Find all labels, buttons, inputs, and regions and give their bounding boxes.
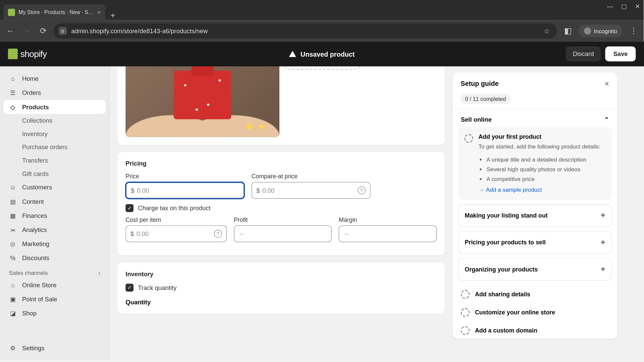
forward-icon[interactable]: → xyxy=(21,24,33,37)
sidebar-item-purchase-orders[interactable]: Purchase orders xyxy=(4,140,106,154)
site-settings-icon[interactable]: ⚙ xyxy=(59,27,67,35)
store-icon: ⌂ xyxy=(9,281,17,289)
sidebar-item-orders[interactable]: ☰Orders xyxy=(4,86,106,100)
cost-input[interactable] xyxy=(137,230,214,237)
shopify-logo[interactable]: shopify xyxy=(8,49,47,59)
sidebar-item-inventory[interactable]: Inventory xyxy=(4,127,106,141)
label: Add sharing details xyxy=(475,291,530,297)
task-bullet: A competitive price xyxy=(486,174,606,184)
help-icon[interactable]: ? xyxy=(358,186,366,194)
minimize-icon[interactable]: — xyxy=(607,3,613,10)
back-icon[interactable]: ← xyxy=(4,24,16,37)
task-organizing-products[interactable]: Organizing your products + xyxy=(458,258,612,281)
arrow-right-icon: → xyxy=(478,186,484,193)
window-controls: — ▢ ✕ xyxy=(607,3,640,10)
task-status-icon xyxy=(461,308,469,317)
cost-label: Cost per item xyxy=(125,217,227,223)
incognito-indicator[interactable]: Incognito xyxy=(579,25,623,37)
url-text: admin.shopify.com/store/de8143-a6/produc… xyxy=(71,27,538,35)
sidebar-item-pos[interactable]: ▣Point of Sale xyxy=(4,292,106,306)
task-bullet: Several high quality photos or videos xyxy=(486,164,606,174)
label: Inventory xyxy=(22,130,48,137)
track-quantity-label: Track quantity xyxy=(138,284,176,291)
tab-close-icon[interactable]: × xyxy=(97,9,101,16)
sidebar-item-content[interactable]: ▤Content xyxy=(4,194,106,208)
marketing-icon: ◎ xyxy=(9,240,17,248)
gear-icon: ⚙ xyxy=(9,344,17,352)
reload-icon[interactable]: ⟳ xyxy=(38,24,48,38)
track-quantity-checkbox[interactable]: ✓ xyxy=(125,284,133,292)
label: Organizing your products xyxy=(465,266,537,273)
sidebar-item-discounts[interactable]: %Discounts xyxy=(4,251,106,265)
sidebar-item-collections[interactable]: Collections xyxy=(4,114,106,127)
currency-prefix: $ xyxy=(256,187,260,194)
finances-icon: ▦ xyxy=(9,212,17,220)
label: Customize your online store xyxy=(475,309,555,315)
help-icon[interactable]: ? xyxy=(214,230,222,238)
label: Customers xyxy=(22,184,52,191)
discard-button[interactable]: Discard xyxy=(566,46,601,61)
add-sample-product-link[interactable]: →Add a sample product xyxy=(478,186,542,193)
task-listing-standout[interactable]: Making your listing stand out + xyxy=(458,204,612,227)
cost-input-wrap[interactable]: $ ? xyxy=(125,225,227,242)
close-window-icon[interactable]: ✕ xyxy=(635,3,640,10)
sidebar-item-marketing[interactable]: ◎Marketing xyxy=(4,237,106,251)
currency-prefix: $ xyxy=(131,187,134,194)
task-bullet: A unique title and a detailed descriptio… xyxy=(486,155,606,164)
tab-favicon-icon xyxy=(8,9,15,16)
extensions-icon[interactable]: ◧ xyxy=(562,24,574,38)
label: Add a sample product xyxy=(486,186,542,193)
task-customize-store[interactable]: Customize your online store xyxy=(458,303,612,321)
sidebar-item-finances[interactable]: ▦Finances xyxy=(4,208,106,223)
task-pricing-products[interactable]: Pricing your products to sell + xyxy=(458,231,612,253)
charge-tax-checkbox[interactable]: ✓ xyxy=(125,204,133,212)
sell-online-section[interactable]: Sell online ⌃ xyxy=(458,110,612,127)
inventory-card: Inventory ✓ Track quantity Quantity xyxy=(118,262,445,314)
product-image[interactable] xyxy=(125,66,279,137)
price-input-wrap[interactable]: $ xyxy=(125,182,244,199)
maximize-icon[interactable]: ▢ xyxy=(621,3,627,10)
task-sharing-details[interactable]: Add sharing details xyxy=(458,285,612,303)
browser-tab[interactable]: My Store · Products · New · Sho × xyxy=(4,4,105,20)
sales-channels-heading[interactable]: Sales channels› xyxy=(4,265,106,278)
sidebar-item-gift-cards[interactable]: Gift cards xyxy=(4,167,106,180)
plus-icon: + xyxy=(600,238,605,247)
task-desc: To get started, add the following produc… xyxy=(478,143,606,151)
label: Purchase orders xyxy=(22,143,67,150)
sidebar-item-analytics[interactable]: ⫘Analytics xyxy=(4,223,106,237)
compare-label: Compare-at price xyxy=(252,173,370,180)
url-field[interactable]: ⚙ admin.shopify.com/store/de8143-a6/prod… xyxy=(53,23,557,39)
new-tab-button[interactable]: + xyxy=(105,11,120,20)
sidebar-item-products[interactable]: ◇Products xyxy=(4,100,106,114)
task-add-first-product[interactable]: Add your first product To get started, a… xyxy=(458,127,612,200)
label: Add a custom domain xyxy=(475,327,537,334)
home-icon: ⌂ xyxy=(9,75,17,83)
label: Analytics xyxy=(22,226,47,233)
price-input[interactable] xyxy=(137,187,239,194)
sidebar-item-online-store[interactable]: ⌂Online Store xyxy=(4,278,106,292)
sidebar-item-home[interactable]: ⌂Home xyxy=(4,72,106,86)
label: Collections xyxy=(22,117,52,124)
close-icon[interactable]: × xyxy=(604,79,609,89)
warning-icon xyxy=(289,51,296,57)
sidebar-item-settings[interactable]: ⚙Settings xyxy=(4,341,106,355)
shopify-bag-icon xyxy=(8,49,18,59)
label: Sell online xyxy=(461,116,491,123)
setup-scroll-area[interactable]: Sell online ⌃ Add your first product To … xyxy=(453,109,617,339)
task-custom-domain[interactable]: Add a custom domain xyxy=(458,321,612,339)
task-title: Add your first product xyxy=(478,133,606,140)
compare-input[interactable] xyxy=(262,187,357,194)
sidebar-item-customers[interactable]: ☺Customers xyxy=(4,180,106,194)
add-media-dropzone[interactable] xyxy=(285,66,360,70)
pos-icon: ▣ xyxy=(9,295,17,303)
save-button[interactable]: Save xyxy=(605,46,636,61)
compare-input-wrap[interactable]: $ ? xyxy=(252,182,370,199)
profit-label: Profit xyxy=(234,217,332,223)
label: Making your listing stand out xyxy=(465,212,547,219)
bookmark-icon[interactable]: ☆ xyxy=(542,25,552,37)
sidebar-item-transfers[interactable]: Transfers xyxy=(4,154,106,167)
menu-icon[interactable]: ⋮ xyxy=(628,24,639,38)
sidebar-item-shop[interactable]: ◪Shop xyxy=(4,306,106,320)
customers-icon: ☺ xyxy=(9,183,17,191)
margin-display: -- xyxy=(339,225,437,242)
